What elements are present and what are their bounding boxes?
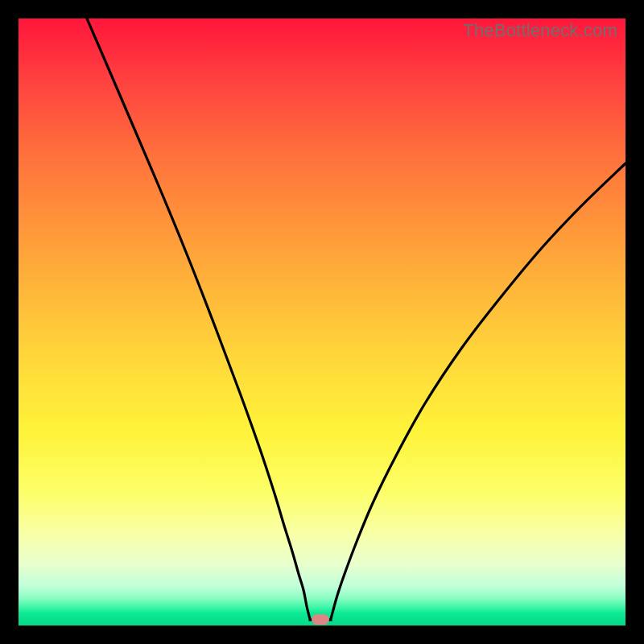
watermark-text: TheBottleneck.com <box>463 20 617 41</box>
bottleneck-curve <box>19 19 625 625</box>
chart-plot-area: TheBottleneck.com <box>19 19 625 625</box>
optimum-marker <box>312 614 329 625</box>
